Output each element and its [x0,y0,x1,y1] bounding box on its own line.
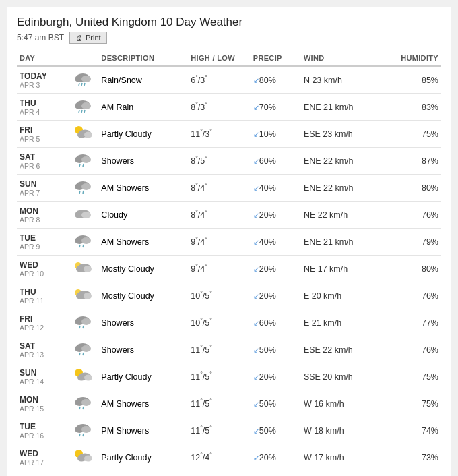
weather-icon-cell [67,309,98,336]
high-low: 6°/3° [188,66,250,94]
svg-line-50 [79,353,80,355]
weather-icon-cell [67,444,98,471]
wind: N 23 km/h [301,66,387,94]
print-button[interactable]: 🖨 Print [69,32,107,44]
svg-line-46 [83,326,84,328]
table-row: SAT APR 6 Showers 8°/5° 60% ENE 22 km/h … [17,148,441,175]
weather-description: Partly Cloudy [98,363,188,390]
day-date: APR 5 [20,135,65,143]
svg-line-9 [79,110,79,113]
high-low: 11°/5° [188,363,250,390]
precipitation: 20% [251,256,301,282]
svg-line-24 [79,191,80,194]
day-date: APR 14 [20,378,65,386]
svg-point-37 [84,266,92,272]
day-date: APR 9 [20,243,65,251]
humidity: 76% [387,202,441,229]
wind: W 17 km/h [301,444,387,471]
weather-icon-cell [67,202,98,229]
svg-line-11 [84,110,85,113]
timestamp: 5:47 am BST [17,33,64,42]
day-date: APR 15 [20,405,65,413]
day-cell: TODAY APR 3 [17,66,67,94]
day-name: TUE [20,422,65,432]
day-date: APR 11 [20,297,65,305]
table-row: MON APR 8 Cloudy 8°/4° 20% NE 22 km/h 76… [17,202,441,229]
day-date: APR 17 [20,458,65,467]
day-name: SUN [20,368,65,378]
showers-icon [73,394,93,413]
svg-line-32 [79,245,80,247]
partly-cloudy-icon [73,124,93,144]
svg-point-18 [81,156,91,163]
weather-icon-cell [67,121,98,148]
wind: ENE 21 km/h [301,229,387,256]
humidity: 79% [387,229,441,256]
weather-table: DAY DESCRIPTION HIGH / LOW PRECIP WIND H… [17,51,441,471]
day-cell: THU APR 11 [17,282,67,309]
day-name: THU [20,287,65,297]
wind: ENE 22 km/h [301,148,387,175]
svg-point-15 [84,132,92,138]
mostly-cloudy-icon [73,286,93,305]
high-low: 11°/3° [188,121,250,148]
high-low: 8°/5° [188,148,250,175]
high-low: 8°/4° [188,202,250,229]
table-row: WED APR 10 Mostly Cloudy 9°/4° 20% NE 17… [17,256,441,282]
humidity: 75% [387,390,441,417]
weather-icon-cell [67,256,98,282]
weather-description: Rain/Snow [98,66,188,94]
svg-line-20 [83,164,84,167]
day-cell: MON APR 15 [17,390,67,417]
humidity: 83% [387,94,441,121]
weather-icon-cell [67,363,98,390]
svg-line-3 [79,83,79,86]
showers-icon [73,178,93,198]
weather-icon-cell [67,390,98,417]
weather-description: AM Showers [98,175,188,202]
header-sub: 5:47 am BST 🖨 Print [17,32,441,44]
wind: E 20 km/h [301,282,387,309]
precipitation: 20% [251,282,301,309]
showers-icon [73,313,93,332]
humidity: 76% [387,336,441,363]
rain-snow-icon [73,70,93,90]
table-row: THU APR 4 AM Rain 8°/3° 70% ENE 21 km/h … [17,94,441,121]
wind: E 21 km/h [301,309,387,336]
humidity: 76% [387,282,441,309]
weather-icon-cell [67,148,98,175]
svg-line-45 [79,326,80,328]
wind: SSE 20 km/h [301,363,387,390]
precipitation: 20% [251,363,301,390]
day-cell: SAT APR 6 [17,148,67,175]
showers-icon [73,421,93,440]
weather-icon-cell [67,66,98,94]
humidity: 85% [387,66,441,94]
svg-point-63 [81,426,91,433]
weather-description: Showers [98,336,188,363]
precipitation: 60% [251,148,301,175]
day-date: APR 10 [20,270,65,278]
high-low: 10°/5° [188,309,250,336]
day-name: THU [20,98,65,108]
svg-line-4 [81,83,82,86]
humidity: 74% [387,417,441,444]
showers-icon [73,151,93,171]
rain-icon [73,97,93,117]
wind: W 16 km/h [301,390,387,417]
wind: ENE 21 km/h [301,94,387,121]
precipitation: 40% [251,229,301,256]
day-date: APR 12 [20,324,65,332]
precipitation: 20% [251,202,301,229]
precipitation: 20% [251,444,301,471]
svg-point-28 [81,212,91,218]
humidity: 73% [387,444,441,471]
table-row: FRI APR 12 Showers 10°/5° 60% E 21 km/h … [17,309,441,336]
precipitation: 50% [251,390,301,417]
day-cell: THU APR 4 [17,94,67,121]
table-row: TODAY APR 3 Rain/Snow 6°/3° 80% N 23 km/… [17,66,441,94]
day-cell: WED APR 17 [17,444,67,471]
humidity: 77% [387,309,441,336]
day-date: APR 7 [20,189,65,197]
wind: NE 22 km/h [301,202,387,229]
